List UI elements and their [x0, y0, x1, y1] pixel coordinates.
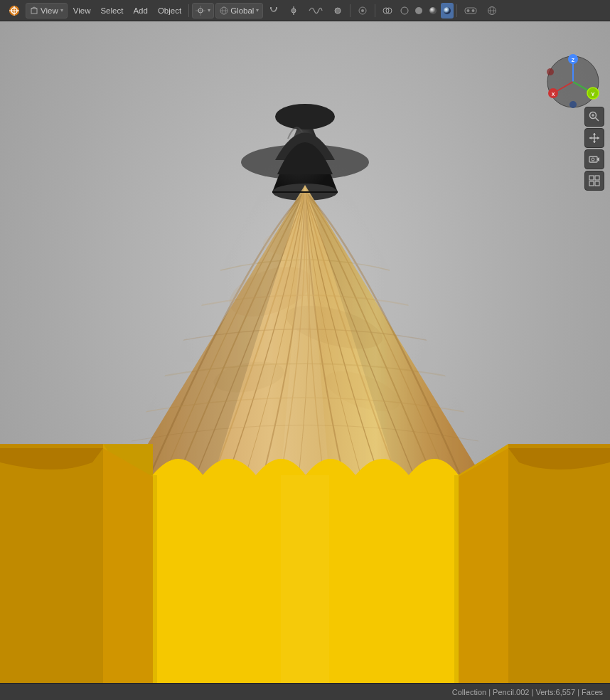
- svg-rect-86: [589, 176, 594, 180]
- separator-1: [188, 4, 189, 17]
- svg-rect-25: [465, 8, 476, 14]
- shading-material-btn[interactable]: [427, 3, 439, 18]
- camera-btn[interactable]: [584, 149, 604, 169]
- dot-icon: [333, 6, 343, 16]
- svg-marker-59: [0, 448, 103, 683]
- world-btn[interactable]: [483, 3, 501, 18]
- svg-rect-58: [454, 475, 459, 683]
- add-menu[interactable]: Add: [129, 3, 151, 18]
- separator-3: [375, 4, 375, 17]
- svg-rect-89: [595, 181, 599, 186]
- pan-icon: [589, 132, 600, 144]
- svg-point-24: [444, 7, 451, 14]
- grid-btn[interactable]: [584, 171, 604, 191]
- svg-point-23: [429, 7, 437, 14]
- xr-btn[interactable]: [460, 3, 481, 18]
- svg-marker-81: [589, 137, 592, 139]
- svg-point-35: [275, 104, 335, 129]
- world-icon: [487, 6, 497, 16]
- overlay-btn[interactable]: [378, 3, 397, 18]
- svg-text:Z: Z: [572, 58, 575, 63]
- dot-btn[interactable]: [328, 3, 347, 18]
- material-icon: [429, 6, 437, 15]
- svg-point-26: [467, 9, 470, 12]
- zoom-btn[interactable]: [584, 107, 604, 127]
- blender-icon-btn[interactable]: [4, 3, 24, 18]
- svg-point-73: [569, 101, 577, 108]
- svg-rect-4: [31, 9, 37, 14]
- svg-rect-88: [589, 181, 594, 186]
- pivot-dropdown[interactable]: ▾: [192, 3, 214, 18]
- svg-marker-79: [593, 133, 596, 135]
- mode-chevron: ▾: [60, 7, 63, 14]
- zoom-icon: [589, 111, 600, 122]
- xr-icon: [464, 6, 477, 15]
- svg-line-76: [596, 118, 599, 122]
- pan-btn[interactable]: [584, 128, 604, 148]
- select-menu[interactable]: Select: [96, 3, 127, 18]
- camera-icon: [589, 154, 600, 165]
- pivot-icon: [196, 6, 205, 16]
- proportional-btn[interactable]: [353, 3, 372, 18]
- svg-text:X: X: [552, 92, 555, 97]
- solid-icon: [414, 6, 423, 15]
- svg-point-74: [547, 68, 554, 75]
- wire-icon: [400, 6, 409, 15]
- wave-btn[interactable]: [304, 3, 327, 18]
- svg-point-13: [291, 9, 296, 13]
- pencil-scene: [0, 21, 610, 683]
- separator-4: [456, 4, 457, 17]
- transform-icon: [220, 6, 228, 15]
- snap-icon: [289, 6, 299, 16]
- svg-rect-83: [589, 157, 597, 162]
- svg-rect-87: [595, 176, 599, 180]
- magnet-icon: [269, 6, 279, 16]
- transform-dropdown[interactable]: Global ▾: [215, 3, 263, 18]
- shading-solid-btn[interactable]: [412, 3, 425, 18]
- cube-icon: [30, 6, 38, 15]
- svg-marker-80: [593, 141, 596, 143]
- proportional-icon: [358, 6, 368, 16]
- svg-marker-60: [103, 448, 153, 683]
- wave-icon: [309, 6, 323, 16]
- svg-rect-57: [153, 475, 157, 683]
- mode-label: View: [41, 6, 58, 15]
- svg-marker-62: [508, 448, 610, 683]
- svg-point-18: [361, 9, 364, 12]
- top-toolbar[interactable]: View ▾ View Select Add Object ▾ Global ▾: [0, 0, 610, 21]
- svg-point-21: [401, 7, 408, 14]
- svg-point-85: [592, 158, 594, 161]
- transform-label: Global: [230, 6, 254, 15]
- status-text: Collection | Pencil.002 | Verts:6,557 | …: [452, 688, 603, 696]
- magnet-btn[interactable]: [264, 3, 283, 18]
- svg-text:Y: Y: [591, 91, 595, 97]
- svg-point-27: [472, 9, 475, 12]
- shading-wire-btn[interactable]: [398, 3, 411, 18]
- gizmo-svg[interactable]: Z X Y: [545, 53, 601, 110]
- gizmo-widget[interactable]: Z X Y: [545, 53, 601, 110]
- rendered-icon: [443, 6, 451, 15]
- svg-point-16: [335, 8, 341, 14]
- separator-2: [350, 4, 351, 17]
- mode-dropdown[interactable]: View ▾: [26, 3, 68, 18]
- object-menu[interactable]: Object: [154, 3, 186, 18]
- snap-btn[interactable]: [284, 3, 303, 18]
- shading-rendered-btn[interactable]: [441, 3, 454, 18]
- svg-point-22: [415, 7, 422, 14]
- svg-marker-61: [459, 448, 508, 683]
- overlay-icon: [382, 6, 392, 16]
- view-menu[interactable]: View: [69, 3, 95, 18]
- svg-marker-82: [597, 137, 599, 139]
- grid-icon: [589, 175, 600, 186]
- viewport[interactable]: Z X Y: [0, 21, 610, 683]
- status-bar: Collection | Pencil.002 | Verts:6,557 | …: [0, 683, 610, 700]
- right-viewport-icons[interactable]: [584, 107, 604, 191]
